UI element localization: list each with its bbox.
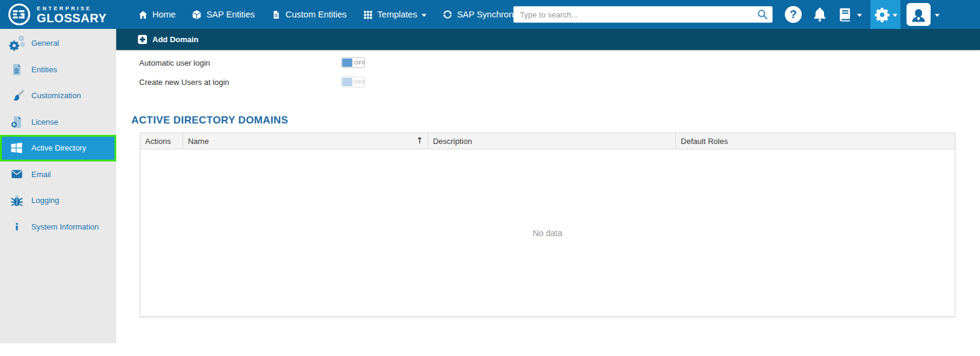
file-icon [270,9,281,20]
sidebar-item-email[interactable]: Email [0,161,116,188]
grid-icon [363,9,373,20]
toggle-knob [342,78,352,86]
home-icon [137,9,148,20]
info-icon [8,219,25,235]
document-icon [8,61,25,78]
setting-row-create-new-users: Create new Users at login OFF [139,77,365,87]
sidebar-item-active-directory[interactable]: Active Directory [0,135,116,161]
nav-label: Home [152,10,176,19]
sidebar-item-license[interactable]: License [0,109,116,136]
empty-state-text: No data [532,228,562,238]
search-input[interactable] [513,6,773,23]
brand-line2: GLOSSARY [37,12,107,24]
main-navigation: Home SAP Entities Custom Entities Templa… [137,0,564,29]
bell-icon [812,6,828,23]
setting-label: Create new Users at login [139,78,341,87]
sidebar-item-general[interactable]: General [0,30,116,57]
active-directory-settings-page: Add Domain Automatic user login OFF Crea… [116,29,980,356]
cube-icon [192,9,202,20]
chevron-down-icon [857,14,862,17]
table-body: No data [140,149,955,317]
user-icon [909,7,928,26]
search-icon[interactable] [757,8,769,20]
journal-menu-button[interactable] [837,7,862,22]
sidebar-item-label: Customization [31,91,81,100]
nav-custom-entities[interactable]: Custom Entities [270,9,347,20]
sidebar-item-label: General [31,39,59,48]
sidebar-item-entities[interactable]: Entities [0,57,116,83]
sidebar-item-label: Logging [31,196,59,205]
sidebar-item-label: Email [31,170,51,179]
book-icon [837,7,853,22]
help-button[interactable]: ? [785,6,802,23]
gears-icon [8,35,25,51]
top-navigation-bar: ENTERPRISE GLOSSARY Home SAP Entities Cu… [0,0,980,29]
create-new-users-toggle-disabled: OFF [341,77,365,87]
nav-label: Custom Entities [286,10,347,19]
chevron-down-icon [935,14,940,17]
column-header-actions: Actions [140,133,183,149]
chevron-down-icon [893,14,897,17]
table-header-row: Actions Name ↑ Description Default Roles [140,133,955,149]
add-domain-label: Add Domain [152,35,199,44]
toggle-state-label: OFF [354,60,366,66]
brand-line1: ENTERPRISE [37,5,107,12]
page-title: ACTIVE DIRECTORY DOMAINS [131,114,289,126]
sidebar-item-label: License [31,117,58,126]
sidebar-item-label: Entities [31,65,57,74]
nav-templates[interactable]: Templates [363,9,426,20]
enterprise-glossary-logo-icon [7,2,31,27]
envelope-icon [8,166,25,183]
toggle-state-label: OFF [354,79,366,85]
sort-ascending-icon[interactable]: ↑ [416,136,423,145]
windows-icon [8,140,25,156]
notifications-button[interactable] [812,6,828,23]
column-header-label: Name [188,137,209,146]
sidebar-item-system-information[interactable]: System Information [0,214,116,240]
column-header-description[interactable]: Description [428,133,676,149]
nav-label: SAP Entities [207,10,255,19]
column-header-default-roles[interactable]: Default Roles [676,133,955,149]
plus-icon [138,35,147,44]
nav-label: Templates [378,10,417,19]
app-logo[interactable]: ENTERPRISE GLOSSARY [7,2,107,27]
automatic-user-login-toggle[interactable]: OFF [341,57,365,68]
help-icon: ? [790,8,797,21]
sidebar-item-label: System Information [31,222,99,231]
active-directory-domains-table: Actions Name ↑ Description Default Roles… [140,133,955,317]
settings-sidebar: General Entities Customization License A… [0,29,116,343]
settings-menu-button-active[interactable] [870,0,900,29]
global-search [513,6,773,23]
setting-label: Automatic user login [139,58,341,67]
setting-row-automatic-user-login: Automatic user login OFF [139,57,365,68]
user-menu-button[interactable] [907,3,940,26]
add-domain-button[interactable]: Add Domain [116,29,980,50]
bug-icon [8,192,25,208]
gear-icon [874,7,890,23]
brand-text: ENTERPRISE GLOSSARY [37,5,107,24]
topbar-icon-cluster: ? [785,0,940,29]
nav-sap-entities[interactable]: SAP Entities [192,9,255,20]
column-header-name[interactable]: Name ↑ [183,133,428,149]
sidebar-item-label: Active Directory [31,143,86,152]
license-icon [8,114,25,130]
nav-home[interactable]: Home [137,9,176,20]
toggle-knob [342,58,352,67]
chevron-down-icon [422,14,426,17]
sidebar-item-logging[interactable]: Logging [0,187,116,214]
sidebar-item-customization[interactable]: Customization [0,83,116,109]
paintbrush-icon [8,87,25,104]
avatar [907,3,931,26]
sync-icon [442,9,453,20]
